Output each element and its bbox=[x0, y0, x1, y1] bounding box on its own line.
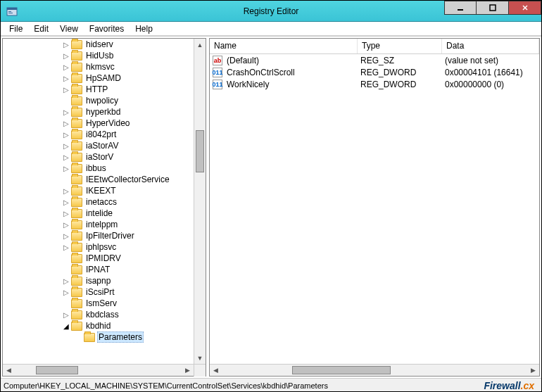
tree-item[interactable]: ▷IpFilterDriver bbox=[62, 230, 206, 241]
tree-item[interactable]: ▷HTTP bbox=[62, 84, 206, 95]
scroll-thumb[interactable] bbox=[292, 366, 391, 374]
tree-item-label: IKEEXT bbox=[84, 186, 118, 196]
tree-expander-icon[interactable]: ▷ bbox=[62, 289, 70, 296]
tree-item[interactable]: Parameters bbox=[75, 331, 206, 343]
tree-item[interactable]: ▷hkmsvc bbox=[62, 61, 206, 72]
scroll-thumb[interactable] bbox=[36, 366, 78, 374]
maximize-button[interactable] bbox=[477, 1, 509, 15]
tree-expander-icon[interactable]: ▷ bbox=[62, 232, 70, 240]
tree-item[interactable]: ▷IKEEXT bbox=[62, 185, 206, 196]
tree-expander-icon[interactable]: ▷ bbox=[62, 198, 70, 206]
scroll-track[interactable] bbox=[15, 365, 182, 376]
scroll-down-arrow[interactable]: ▼ bbox=[194, 352, 206, 364]
scroll-left-arrow[interactable]: ◀ bbox=[3, 365, 15, 377]
tree-item[interactable]: IsmServ bbox=[62, 298, 206, 309]
close-icon bbox=[522, 4, 529, 11]
tree-item[interactable]: IEEtwCollectorService bbox=[62, 174, 206, 185]
list-row[interactable]: 011WorkNicelyREG_DWORD0x00000000 (0) bbox=[210, 78, 539, 90]
tree-expander-icon[interactable]: ▷ bbox=[62, 108, 70, 116]
tree-item[interactable]: ▷HpSAMD bbox=[62, 72, 206, 84]
tree-expander-icon[interactable]: ▷ bbox=[62, 210, 70, 217]
tree-item-label: i8042prt bbox=[84, 129, 118, 139]
tree-expander-icon[interactable]: ▷ bbox=[62, 86, 70, 94]
scroll-thumb[interactable] bbox=[196, 130, 204, 172]
tree-item-label: HidUsb bbox=[84, 51, 115, 61]
tree-item[interactable]: ▷iphlpsvc bbox=[62, 241, 206, 253]
value-data: 0x00000000 (0) bbox=[441, 80, 539, 89]
tree-expander-icon[interactable]: ◢ bbox=[62, 322, 70, 330]
tree-item-label: intelppm bbox=[84, 220, 119, 229]
values-horizontal-scrollbar[interactable]: ◀ ▶ bbox=[210, 364, 539, 376]
tree-expander-icon[interactable]: ▷ bbox=[62, 131, 70, 139]
tree-item[interactable]: ▷iaStorAV bbox=[62, 140, 206, 151]
tree-item[interactable]: ▷isapnp bbox=[62, 275, 206, 286]
column-data[interactable]: Data bbox=[442, 39, 539, 53]
tree-item[interactable]: ◢kbdhid bbox=[62, 320, 206, 331]
tree-expander-icon[interactable]: ▷ bbox=[62, 277, 70, 285]
tree-expander-icon[interactable]: ▷ bbox=[62, 221, 70, 229]
tree-expander-icon[interactable]: ▷ bbox=[62, 165, 70, 172]
tree-item[interactable]: ▷hidserv bbox=[62, 39, 206, 50]
list-view[interactable]: ab(Default)REG_SZ(value not set)011Crash… bbox=[210, 54, 539, 364]
scroll-up-arrow[interactable]: ▲ bbox=[194, 39, 206, 51]
tree-expander-icon[interactable]: ▷ bbox=[62, 63, 70, 71]
tree-expander-icon[interactable]: ▷ bbox=[62, 187, 70, 195]
menubar: File Edit View Favorites Help bbox=[1, 22, 541, 36]
tree-item[interactable]: ▷intelppm bbox=[62, 219, 206, 230]
tree-expander-icon[interactable]: ▷ bbox=[62, 142, 70, 150]
tree-item[interactable]: ▷iaStorV bbox=[62, 151, 206, 163]
tree-view[interactable]: ▷hidserv▷HidUsb▷hkmsvc▷HpSAMD▷HTTPhwpoli… bbox=[3, 39, 206, 364]
list-row[interactable]: 011CrashOnCtrlScrollREG_DWORD0x00004101 … bbox=[210, 66, 539, 78]
menu-help[interactable]: Help bbox=[130, 23, 158, 35]
scroll-left-arrow[interactable]: ◀ bbox=[210, 365, 222, 377]
folder-icon bbox=[71, 51, 82, 61]
tree-item-label: IPNAT bbox=[84, 265, 111, 274]
close-button[interactable] bbox=[509, 1, 541, 15]
tree-expander-icon[interactable]: ▷ bbox=[62, 120, 70, 127]
regedit-icon bbox=[6, 6, 18, 17]
tree-item-label: inetaccs bbox=[84, 197, 118, 207]
menu-edit[interactable]: Edit bbox=[28, 23, 54, 35]
tree-expander-icon[interactable]: ▷ bbox=[62, 311, 70, 319]
value-name: (Default) bbox=[222, 56, 356, 65]
list-header: Name Type Data bbox=[210, 39, 539, 54]
tree-item[interactable]: IPNAT bbox=[62, 264, 206, 275]
scroll-right-arrow[interactable]: ▶ bbox=[182, 365, 194, 377]
tree-item[interactable]: ▷HidUsb bbox=[62, 50, 206, 61]
tree-item[interactable]: ▷ibbus bbox=[62, 163, 206, 174]
tree-item[interactable]: IPMIDRV bbox=[62, 253, 206, 264]
scroll-corner bbox=[194, 365, 206, 377]
menu-favorites[interactable]: Favorites bbox=[84, 23, 130, 35]
folder-icon bbox=[71, 243, 82, 252]
tree-vertical-scrollbar[interactable]: ▲ ▼ bbox=[194, 39, 206, 364]
folder-icon bbox=[71, 119, 82, 128]
tree-item[interactable]: hwpolicy bbox=[62, 95, 206, 106]
column-name[interactable]: Name bbox=[210, 39, 358, 53]
tree-item[interactable]: ▷HyperVideo bbox=[62, 118, 206, 129]
titlebar[interactable]: Registry Editor bbox=[1, 1, 541, 22]
tree-item-label: IEEtwCollectorService bbox=[84, 175, 171, 184]
value-data: (value not set) bbox=[441, 56, 539, 65]
status-path: Computer\HKEY_LOCAL_MACHINE\SYSTEM\Curre… bbox=[4, 381, 328, 390]
column-type[interactable]: Type bbox=[358, 39, 442, 53]
tree-expander-icon[interactable]: ▷ bbox=[62, 41, 70, 49]
tree-horizontal-scrollbar[interactable]: ◀ ▶ bbox=[3, 364, 206, 376]
menu-file[interactable]: File bbox=[4, 23, 28, 35]
tree-expander-icon[interactable]: ▷ bbox=[62, 244, 70, 251]
minimize-button[interactable] bbox=[444, 1, 477, 15]
tree-item[interactable]: ▷i8042prt bbox=[62, 129, 206, 140]
scroll-track[interactable] bbox=[222, 365, 527, 376]
tree-item[interactable]: ▷iScsiPrt bbox=[62, 286, 206, 298]
tree-expander-icon[interactable]: ▷ bbox=[62, 75, 70, 82]
tree-item[interactable]: ▷intelide bbox=[62, 208, 206, 219]
list-row[interactable]: ab(Default)REG_SZ(value not set) bbox=[210, 54, 539, 66]
tree-item[interactable]: ▷hyperkbd bbox=[62, 106, 206, 118]
tree-item[interactable]: ▷inetaccs bbox=[62, 196, 206, 208]
tree-expander-icon[interactable]: ▷ bbox=[62, 52, 70, 60]
menu-view[interactable]: View bbox=[54, 23, 84, 35]
tree-expander-icon[interactable]: ▷ bbox=[62, 153, 70, 161]
folder-icon bbox=[71, 164, 82, 173]
tree-item[interactable]: ▷kbdclass bbox=[62, 309, 206, 320]
client-area: ▷hidserv▷HidUsb▷hkmsvc▷HpSAMD▷HTTPhwpoli… bbox=[1, 36, 541, 378]
scroll-right-arrow[interactable]: ▶ bbox=[527, 365, 539, 377]
